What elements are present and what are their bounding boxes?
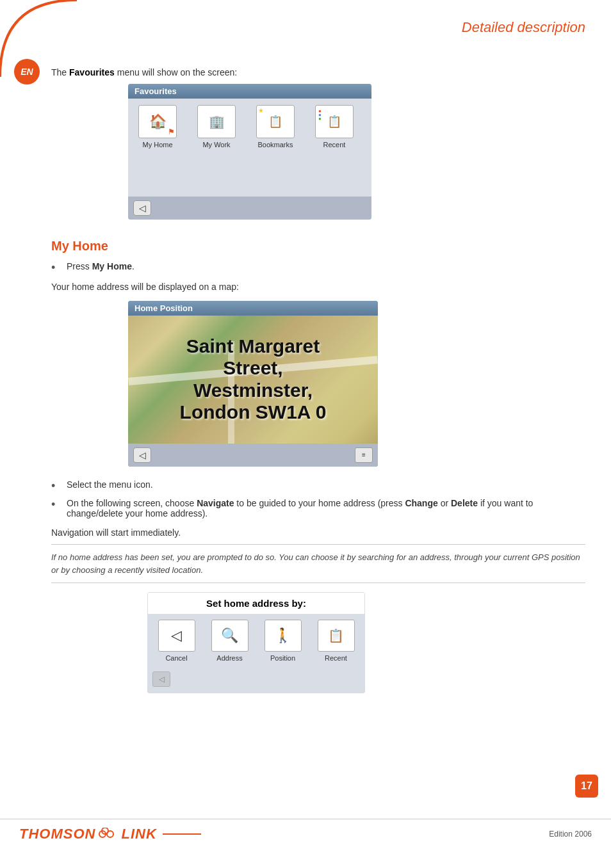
favourites-icons-row: 🏠 My Home 🏢 My Work 📋 ★ Bookmarks 📋: [128, 99, 371, 152]
bullet-navigate: • On the following screen, choose Naviga…: [51, 498, 585, 518]
fav-label-myhome: My Home: [142, 141, 172, 149]
home-address-subtext: Your home address will be displayed on a…: [51, 282, 585, 292]
fav-item-myhome[interactable]: 🏠 My Home: [134, 105, 181, 149]
set-home-panel: Set home address by: ◁ Cancel 🔍 Address …: [147, 592, 365, 693]
fav-item-mywork[interactable]: 🏢 My Work: [193, 105, 240, 149]
footer: THOMSON LINK Edition 2006: [0, 819, 611, 842]
set-home-empty-area: ◁: [147, 664, 365, 693]
set-home-position[interactable]: 🚶 Position: [261, 620, 306, 662]
thomson-text: THOMSON: [19, 826, 95, 842]
intro-paragraph: The Favourites menu will show on the scr…: [51, 67, 585, 77]
language-badge-text: EN: [20, 67, 33, 77]
fav-label-recent: Recent: [323, 141, 346, 149]
map-area: Saint MargaretStreet,Westminster,London …: [128, 316, 378, 444]
set-home-position-icon: 🚶: [265, 620, 302, 652]
main-content: The Favourites menu will show on the scr…: [51, 0, 585, 693]
set-home-header: Set home address by:: [147, 592, 365, 615]
fav-label-mywork: My Work: [202, 141, 230, 149]
set-home-cancel[interactable]: ◁ Cancel: [154, 620, 199, 662]
home-position-header: Home Position: [128, 301, 378, 316]
set-home-cancel-label: Cancel: [165, 654, 187, 662]
fav-label-bookmarks: Bookmarks: [257, 141, 293, 149]
favourites-empty-area: [128, 152, 371, 197]
set-home-address-label: Address: [216, 654, 242, 662]
bullets-after-section: • Select the menu icon. • On the followi…: [51, 479, 585, 519]
page-title: Detailed description: [462, 19, 585, 36]
fav-icon-myhome: 🏠: [138, 105, 177, 138]
bullet-myhome-suffix: .: [132, 261, 134, 271]
set-home-recent-label: Recent: [325, 654, 347, 662]
intro-text-after: menu will show on the screen:: [115, 67, 237, 77]
intro-text-before: The: [51, 67, 69, 77]
favourites-bottom-bar: ◁: [128, 197, 371, 220]
link-text: LINK: [121, 826, 156, 842]
thomson-logo: THOMSON LINK: [19, 826, 201, 842]
edition-text: Edition 2006: [549, 830, 592, 839]
delete-bold: Delete: [451, 498, 478, 508]
italic-note-box: If no home address has been set, you are…: [51, 544, 585, 583]
page-number-badge: 17: [575, 775, 598, 798]
favourites-panel: Favourites 🏠 My Home 🏢 My Work 📋 ★ Book: [128, 84, 371, 220]
language-badge: EN: [14, 59, 40, 84]
change-bold: Change: [405, 498, 437, 508]
fav-icon-mywork: 🏢: [197, 105, 236, 138]
navigate-bold: Navigate: [197, 498, 234, 508]
set-home-recent[interactable]: 📋 Recent: [314, 620, 359, 662]
set-home-icons-row: ◁ Cancel 🔍 Address 🚶 Position 📋: [147, 615, 365, 664]
home-position-back-button[interactable]: ◁: [133, 447, 151, 463]
home-position-panel: Home Position Saint MargaretStreet,Westm…: [128, 301, 378, 467]
italic-note-text: If no home address has been set, you are…: [51, 552, 580, 575]
bullet-press-myhome: • Press My Home.: [51, 261, 585, 275]
set-home-recent-icon: 📋: [318, 620, 355, 652]
bullet-select-menu: • Select the menu icon.: [51, 479, 585, 494]
favourites-header: Favourites: [128, 84, 371, 99]
map-street-name: Saint MargaretStreet,Westminster,London …: [180, 335, 327, 424]
home-position-bottom-bar: ◁ ≡: [128, 444, 378, 467]
fav-icon-bookmarks: 📋 ★: [256, 105, 295, 138]
navigation-note: Navigation will start immediately.: [51, 527, 585, 538]
fav-item-recent[interactable]: 📋 ● ● ● Recent: [311, 105, 357, 149]
bullet-myhome-bold: My Home: [92, 261, 132, 271]
bullet-select-menu-text: Select the menu icon.: [67, 479, 153, 490]
map-text-overlay: Saint MargaretStreet,Westminster,London …: [180, 335, 327, 424]
favourites-back-button[interactable]: ◁: [133, 200, 151, 216]
set-home-address[interactable]: 🔍 Address: [208, 620, 252, 662]
set-home-empty-icon: ◁: [152, 671, 170, 687]
footer-underline: [163, 833, 201, 835]
home-position-menu-button[interactable]: ≡: [355, 447, 373, 463]
fav-icon-recent: 📋 ● ● ●: [315, 105, 354, 138]
set-home-address-icon: 🔍: [211, 620, 248, 652]
fav-item-bookmarks[interactable]: 📋 ★ Bookmarks: [252, 105, 298, 149]
thomson-dots-icon: [99, 828, 118, 840]
intro-bold: Favourites: [69, 67, 115, 77]
set-home-position-label: Position: [270, 654, 295, 662]
set-home-cancel-icon: ◁: [158, 620, 195, 652]
my-home-heading: My Home: [51, 239, 585, 253]
